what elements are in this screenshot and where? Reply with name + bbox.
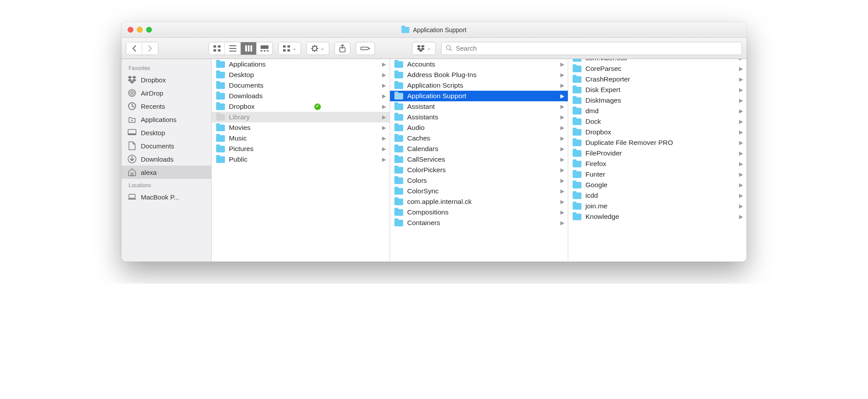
sidebar[interactable]: FavoritesDropboxAirDropRecentsApplicatio…: [121, 59, 212, 262]
sidebar-item-alexa[interactable]: alexa: [121, 166, 211, 179]
folder-label: Calendars: [407, 145, 438, 153]
folder-row[interactable]: Music▶: [212, 133, 390, 144]
sidebar-item-macbook-p-[interactable]: MacBook P...: [121, 190, 211, 203]
folder-row[interactable]: DiskImages▶: [568, 95, 747, 106]
tags-button[interactable]: [356, 42, 375, 55]
folder-row[interactable]: Assistant▶: [390, 101, 568, 112]
sidebar-item-desktop[interactable]: Desktop: [121, 126, 211, 139]
folder-row[interactable]: Duplicate File Remover PRO▶: [568, 137, 747, 148]
sidebar-item-label: MacBook P...: [141, 193, 179, 201]
folder-row[interactable]: Compositions▶: [390, 207, 568, 218]
folder-row[interactable]: Desktop▶: [212, 70, 390, 80]
forward-button[interactable]: [142, 42, 158, 55]
content-area: FavoritesDropboxAirDropRecentsApplicatio…: [121, 59, 747, 262]
folder-row[interactable]: Application Support▶: [390, 91, 568, 101]
search-field[interactable]: [441, 42, 742, 55]
chevron-right-icon: ▶: [739, 203, 743, 209]
folder-icon: [573, 203, 581, 210]
folder-label: Dropbox: [229, 103, 255, 111]
dropbox-button[interactable]: ⌄: [412, 42, 436, 55]
chevron-right-icon: ▶: [560, 125, 564, 131]
folder-icon: [394, 199, 403, 205]
folder-row[interactable]: Funter▶: [568, 169, 747, 180]
folder-label: Downloads: [229, 92, 263, 100]
sidebar-item-recents[interactable]: Recents: [121, 100, 211, 113]
svg-rect-7: [245, 45, 247, 52]
chevron-right-icon: ▶: [560, 93, 564, 99]
folder-row[interactable]: FileProvider▶: [568, 148, 747, 159]
zoom-button[interactable]: [146, 27, 152, 33]
folder-row[interactable]: Applications▶: [212, 59, 390, 70]
chevron-right-icon: ▶: [560, 114, 564, 120]
folder-row[interactable]: Google▶: [568, 180, 747, 190]
search-icon: [446, 45, 452, 52]
sidebar-item-label: Documents: [141, 142, 174, 150]
folder-icon: [216, 156, 225, 163]
folder-row[interactable]: Dropbox▶: [568, 127, 747, 137]
folder-row[interactable]: ColorSync▶: [390, 186, 568, 196]
titlebar[interactable]: Application Support: [121, 22, 747, 38]
folder-row[interactable]: icdd▶: [568, 190, 747, 201]
folder-row[interactable]: CoreParsec▶: [568, 63, 747, 74]
folder-label: com.viber.osx: [585, 59, 627, 62]
folder-row[interactable]: Public▶: [212, 154, 390, 165]
sidebar-item-applications[interactable]: Applications: [121, 113, 211, 126]
folder-row[interactable]: Calendars▶: [390, 144, 568, 154]
search-input[interactable]: [456, 44, 737, 52]
folder-row[interactable]: com.viber.osx▶: [568, 59, 747, 63]
column-2[interactable]: Accounts▶Address Book Plug-Ins▶Applicati…: [390, 59, 568, 262]
back-button[interactable]: [126, 42, 142, 55]
folder-row[interactable]: CrashReporter▶: [568, 74, 747, 85]
minimize-button[interactable]: [137, 27, 143, 33]
folder-row[interactable]: join.me▶: [568, 201, 747, 211]
folder-row[interactable]: Caches▶: [390, 133, 568, 144]
icon-view-button[interactable]: [209, 42, 225, 55]
folder-row[interactable]: Dock▶: [568, 116, 747, 127]
group-by-button[interactable]: ⌄: [278, 42, 301, 55]
sidebar-item-downloads[interactable]: Downloads: [121, 152, 211, 166]
folder-row[interactable]: Audio▶: [390, 122, 568, 133]
action-button[interactable]: ⌄: [306, 42, 329, 55]
sidebar-item-documents[interactable]: Documents: [121, 139, 211, 152]
folder-row[interactable]: Library▶: [212, 112, 390, 122]
chevron-right-icon: ▶: [739, 108, 743, 114]
folder-row[interactable]: Dropbox▶: [212, 101, 390, 112]
sidebar-item-dropbox[interactable]: Dropbox: [121, 73, 211, 86]
folder-row[interactable]: Knowledge▶: [568, 211, 747, 222]
folder-row[interactable]: Documents▶: [212, 80, 390, 91]
folder-row[interactable]: com.apple.internal.ck▶: [390, 196, 568, 207]
folder-icon: [394, 188, 403, 195]
folder-row[interactable]: dmd▶: [568, 106, 747, 116]
folder-row[interactable]: Address Book Plug-Ins▶: [390, 70, 568, 80]
folder-row[interactable]: Assistants▶: [390, 112, 568, 122]
window-controls: [128, 27, 152, 33]
chevron-right-icon: ▶: [739, 66, 743, 72]
sidebar-item-airdrop[interactable]: AirDrop: [121, 86, 211, 100]
column-3[interactable]: com.viber.osx▶CoreParsec▶CrashReporter▶D…: [568, 59, 747, 262]
folder-label: Dropbox: [585, 128, 611, 136]
chevron-right-icon: ▶: [560, 199, 564, 205]
chevron-right-icon: ▶: [560, 82, 564, 89]
folder-row[interactable]: Pictures▶: [212, 144, 390, 154]
column-view-button[interactable]: [241, 42, 257, 55]
folder-row[interactable]: Application Scripts▶: [390, 80, 568, 91]
folder-row[interactable]: Accounts▶: [390, 59, 568, 70]
svg-rect-6: [229, 51, 236, 52]
folder-row[interactable]: Disk Expert▶: [568, 85, 747, 95]
gallery-view-button[interactable]: [257, 42, 272, 55]
share-button[interactable]: [335, 42, 350, 55]
folder-row[interactable]: Downloads▶: [212, 91, 390, 101]
folder-row[interactable]: Movies▶: [212, 122, 390, 133]
svg-rect-29: [129, 194, 135, 198]
folder-row[interactable]: Firefox▶: [568, 159, 747, 169]
folder-row[interactable]: CallServices▶: [390, 154, 568, 165]
close-button[interactable]: [128, 27, 133, 33]
folder-row[interactable]: Containers▶: [390, 218, 568, 228]
folder-label: Compositions: [407, 208, 449, 216]
list-view-button[interactable]: [225, 42, 241, 55]
folder-icon: [216, 125, 225, 131]
column-1[interactable]: Applications▶Desktop▶Documents▶Downloads…: [212, 59, 390, 262]
folder-row[interactable]: ColorPickers▶: [390, 165, 568, 175]
sidebar-item-label: alexa: [141, 169, 157, 176]
folder-row[interactable]: Colors▶: [390, 175, 568, 186]
